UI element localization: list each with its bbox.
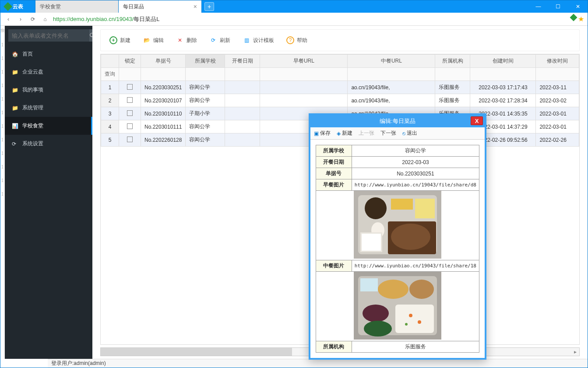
field-school-value[interactable]: 容闳公学 xyxy=(352,145,479,157)
scroll-right-icon[interactable]: ▸ xyxy=(571,348,579,356)
lock-checkbox[interactable] xyxy=(119,107,141,120)
exit-icon: ⎋ xyxy=(402,130,405,137)
table-row[interactable]: 2No.2203020107容闳公学ao.cn/19043/file,乐图服务2… xyxy=(101,94,579,107)
field-bill-label: 单据号 xyxy=(316,168,352,179)
sidebar-item-0[interactable]: 🏠首页 xyxy=(5,45,92,63)
dialog-next-button[interactable]: 下一张 xyxy=(380,130,396,137)
login-user-label: 登录用户:admin(admin) xyxy=(51,360,106,367)
sidebar-item-label: 我的事项 xyxy=(22,86,43,94)
svg-point-22 xyxy=(405,323,408,326)
col-header-2[interactable]: 单据号 xyxy=(141,55,186,68)
app-label: 云表 xyxy=(13,3,23,11)
minimize-button[interactable]: — xyxy=(528,0,548,13)
col-header-9[interactable]: 修改时间 xyxy=(536,55,579,68)
lunch-image-cell[interactable] xyxy=(316,272,479,341)
svg-point-16 xyxy=(409,280,434,299)
table-row[interactable]: 1No.2203030251容闳公学ao.cn/19043/file,乐图服务2… xyxy=(101,81,579,94)
sidebar-item-label: 系统管理 xyxy=(22,104,43,112)
breakfast-image xyxy=(354,191,441,259)
col-header-1[interactable]: 锁定 xyxy=(119,55,141,68)
sidebar-item-1[interactable]: 📁企业云盘 xyxy=(5,63,92,81)
design-button[interactable]: ▥设计模板 xyxy=(243,36,274,44)
field-bill-value[interactable]: No.2203030251 xyxy=(352,168,479,179)
tab-school-canteen[interactable]: 学校食堂 xyxy=(35,0,119,13)
col-header-6[interactable]: 中餐URL xyxy=(348,55,435,68)
dialog-new-button[interactable]: ◈新建 xyxy=(337,130,352,137)
dialog-close-button[interactable]: X xyxy=(471,116,483,125)
col-header-4[interactable]: 开餐日期 xyxy=(225,55,260,68)
template-icon: ▥ xyxy=(243,36,250,44)
menu-icon: 📊 xyxy=(12,123,18,129)
svg-point-15 xyxy=(378,280,408,299)
delete-button[interactable]: ✕删除 xyxy=(176,36,197,44)
new-button[interactable]: +新建 xyxy=(109,36,130,44)
url-bar: ‹ › ⟳ ⌂ https://demo.iyunbiao.cn/19043/每… xyxy=(0,13,588,26)
left-strip: 詹111111111111 xyxy=(0,26,5,359)
field-school-label: 所属学校 xyxy=(316,145,352,157)
logo-icon xyxy=(4,2,12,11)
dialog-title-bar[interactable]: 编辑:每日菜品 X xyxy=(310,115,485,127)
folder-icon: 📂 xyxy=(143,36,151,44)
col-header-3[interactable]: 所属学校 xyxy=(186,55,225,68)
sidebar-item-3[interactable]: 📁系统管理 xyxy=(5,99,92,117)
scroll-thumb[interactable] xyxy=(101,348,292,356)
lock-checkbox[interactable] xyxy=(119,133,141,147)
lock-checkbox[interactable] xyxy=(119,120,141,133)
sidebar-item-4[interactable]: 📊学校食堂 xyxy=(5,117,92,135)
field-lunch-url[interactable]: http://www.iyunbiao.cn/19043/file/share/… xyxy=(352,260,479,272)
col-header-7[interactable]: 所属机构 xyxy=(435,55,470,68)
back-icon[interactable]: ‹ xyxy=(4,15,13,24)
search-input[interactable] xyxy=(8,29,89,42)
field-date-label: 开餐日期 xyxy=(316,157,352,168)
favorite-icon[interactable]: ★ xyxy=(578,15,584,23)
menu-icon: ⟳ xyxy=(12,141,18,147)
menu-icon: 📁 xyxy=(12,105,18,111)
svg-point-21 xyxy=(418,320,421,324)
lock-checkbox[interactable] xyxy=(119,81,141,94)
maximize-button[interactable]: ☐ xyxy=(548,0,568,13)
tab-daily-menu[interactable]: 每日菜品 × xyxy=(119,0,202,13)
dialog-toolbar: ▣保存 ◈新建 上一张 下一张 ⎋退出 xyxy=(310,127,485,140)
sidebar-item-2[interactable]: 📁我的事项 xyxy=(5,81,92,99)
field-org-value[interactable]: 乐图服务 xyxy=(352,341,479,353)
dialog-save-button[interactable]: ▣保存 xyxy=(314,130,331,137)
sidebar-item-5[interactable]: ⟳系统设置 xyxy=(5,135,92,153)
svg-rect-9 xyxy=(362,234,381,251)
breakfast-image-cell[interactable] xyxy=(316,191,479,260)
dialog-exit-button[interactable]: ⎋退出 xyxy=(402,130,417,137)
lunch-image xyxy=(354,272,441,340)
field-org-label: 所属机构 xyxy=(316,341,352,353)
new-tab-button[interactable]: + xyxy=(204,2,214,11)
url-text[interactable]: https://demo.iyunbiao.cn/19043/每日菜品L xyxy=(53,15,160,23)
extension-icon[interactable] xyxy=(570,14,577,21)
refresh-icon: ⟳ xyxy=(209,36,217,44)
lock-checkbox[interactable] xyxy=(119,94,141,107)
refresh-icon[interactable]: ⟳ xyxy=(28,15,37,24)
home-icon[interactable]: ⌂ xyxy=(41,15,49,24)
col-header-5[interactable]: 早餐URL xyxy=(260,55,348,68)
shield-icon: ◈ xyxy=(337,130,341,137)
field-breakfast-url[interactable]: http://www.iyunbiao.cn/19043/file/share/… xyxy=(352,179,479,191)
delete-icon: ✕ xyxy=(176,36,184,44)
help-button[interactable]: ?帮助 xyxy=(286,36,307,44)
window-close-button[interactable]: ✕ xyxy=(568,0,588,13)
app-logo-tab[interactable]: 云表 xyxy=(0,0,35,13)
edit-dialog: 编辑:每日菜品 X ▣保存 ◈新建 上一张 下一张 ⎋退出 所属学校容闳公学 开… xyxy=(309,113,486,360)
svg-rect-5 xyxy=(391,199,413,210)
titlebar: 云表 学校食堂 每日菜品 × + — ☐ ✕ xyxy=(0,0,588,13)
menu-icon: 🏠 xyxy=(12,51,18,57)
toolbar: +新建 📂编辑 ✕删除 ⟳刷新 ▥设计模板 ?帮助 xyxy=(100,29,580,51)
edit-button[interactable]: 📂编辑 xyxy=(143,36,164,44)
col-header-0[interactable] xyxy=(101,55,119,68)
svg-point-11 xyxy=(391,224,430,250)
field-breakfast-img-label: 早餐图片 xyxy=(316,179,352,191)
close-tab-icon[interactable]: × xyxy=(194,3,197,10)
menu-icon: 📁 xyxy=(12,87,18,93)
sidebar-item-label: 企业云盘 xyxy=(22,68,43,76)
forward-icon[interactable]: › xyxy=(16,15,25,24)
col-header-8[interactable]: 创建时间 xyxy=(470,55,536,68)
field-date-value[interactable]: 2022-03-03 xyxy=(352,157,479,168)
svg-rect-6 xyxy=(415,199,435,218)
sidebar-item-label: 首页 xyxy=(22,50,33,58)
refresh-button[interactable]: ⟳刷新 xyxy=(209,36,230,44)
